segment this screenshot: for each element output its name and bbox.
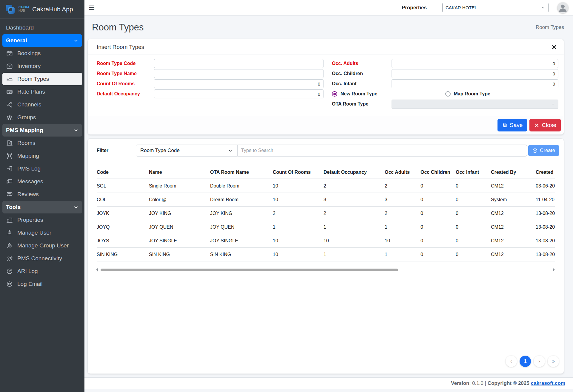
sidebar-item-label: Properties (17, 217, 78, 223)
object-group-icon (6, 152, 13, 159)
room-type-name-input[interactable] (154, 69, 324, 78)
sidebar-item-room-types[interactable]: Room Types (2, 73, 82, 85)
scrollbar-thumb[interactable] (101, 269, 398, 271)
occ-infant-input[interactable] (392, 79, 558, 88)
sidebar-item-messages[interactable]: Messages (2, 175, 82, 188)
room-type-code-input[interactable] (154, 59, 324, 68)
sidebar-item-manage-group-user[interactable]: Manage Group User (2, 239, 82, 252)
sidebar-item-rate-plans[interactable]: Rate Plans (2, 86, 82, 98)
table-cell: 10 (273, 248, 324, 261)
sidebar-item-groups[interactable]: Groups (2, 111, 82, 124)
close-button[interactable]: Close (529, 119, 561, 131)
table-cell: JOY SINGLE (149, 234, 210, 248)
property-select-value: CAKAR HOTEL (446, 5, 477, 10)
sign-in-icon (6, 165, 13, 172)
column-header-ota-room-name: OTA Room Name (210, 167, 273, 179)
table-cell: 0 (456, 207, 491, 220)
sidebar-item-properties[interactable]: Properties (2, 214, 82, 226)
scroll-left-arrow-icon[interactable] (96, 268, 98, 272)
form-right: Occ. AdultsOcc. ChildrenOcc. Infant New … (332, 59, 558, 110)
main-area: ☰ Properties CAKAR HOTEL Room Types Room… (84, 0, 573, 392)
table-header-row: CodeNameOTA Room NameCount Of RoomsDefau… (97, 167, 555, 179)
pagination-page-1-button[interactable]: 1 (520, 356, 531, 367)
create-button[interactable]: Create (528, 145, 559, 156)
close-icon[interactable] (551, 44, 557, 50)
sidebar-item-ari-log[interactable]: ARI Log (2, 265, 82, 278)
sidebar-item-reviews[interactable]: Reviews (2, 188, 82, 201)
table-cell: 13-08-20 (536, 207, 555, 220)
calendar-icon (6, 50, 13, 57)
occ-infant-label: Occ. Infant (332, 81, 392, 86)
table-cell: 1 (385, 220, 420, 234)
sidebar-item-label: Manage User (17, 230, 78, 236)
sidebar-item-pms-log[interactable]: PMS Log (2, 162, 82, 175)
table-cell: JOY KING (149, 207, 210, 220)
count-of-rooms-row: Count Of Rooms (97, 79, 324, 88)
form-right-fields: Occ. AdultsOcc. ChildrenOcc. Infant (332, 59, 558, 88)
sidebar-menu: DashboardGeneralBookingsInventoryRoom Ty… (0, 18, 84, 294)
sidebar-item-tools[interactable]: Tools (2, 201, 82, 213)
search-input[interactable] (238, 145, 527, 157)
table-row[interactable]: COLColor @Dream Room103300System11-04-20 (97, 193, 555, 207)
sidebar-item-inventory[interactable]: Inventory (2, 60, 82, 72)
table-row[interactable]: JOYQJOY QUENJOY QUEN11100CM1213-08-20 (97, 220, 555, 234)
sidebar-item-label: PMS Mapping (6, 127, 69, 134)
sidebar-item-manage-user[interactable]: Manage User (2, 227, 82, 239)
table-cell: 2 (324, 207, 385, 220)
map-room-type-radio[interactable]: Map Room Type (445, 91, 559, 97)
share-nodes-icon (6, 101, 13, 108)
sidebar-item-label: Mapping (17, 153, 78, 159)
filter-label: Filter (97, 148, 136, 153)
count-of-rooms-input[interactable] (154, 79, 324, 88)
sidebar-item-pms-connectivity[interactable]: PMS Connectivity (2, 252, 82, 265)
table-row[interactable]: SIN KINGSIN KINGSIN KING101100CM1213-08-… (97, 248, 555, 261)
table-cell: SIN KING (210, 248, 273, 261)
table-cell: Color @ (149, 193, 210, 207)
table-cell: 2 (324, 179, 385, 193)
pagination-last-button[interactable]: » (548, 356, 559, 367)
sidebar-item-bookings[interactable]: Bookings (2, 47, 82, 60)
sidebar-item-general[interactable]: General (2, 34, 82, 47)
default-occupancy-input[interactable] (154, 89, 324, 98)
table-cell: 3 (385, 193, 420, 207)
user-avatar[interactable] (557, 2, 568, 13)
new-room-type-radio[interactable]: New Room Type (332, 91, 445, 97)
hamburger-menu-icon[interactable]: ☰ (89, 4, 95, 11)
sidebar-item-mapping[interactable]: Mapping (2, 150, 82, 162)
table-row[interactable]: SGLSingle RoomDouble Room102200CM1203-06… (97, 179, 555, 193)
table-row[interactable]: JOYKJOY KINGJOY KING22200CM1213-08-20 (97, 207, 555, 220)
table-cell: 2 (385, 207, 420, 220)
table-cell: System (491, 193, 536, 207)
bed-icon (6, 75, 13, 83)
sidebar-item-log-email[interactable]: Log Email (2, 278, 82, 290)
occ-children-input[interactable] (392, 69, 558, 78)
horizontal-scrollbar (96, 267, 555, 272)
sidebar-item-channels[interactable]: Channels (2, 98, 82, 111)
filter-field-select[interactable]: Room Type Code (136, 145, 238, 157)
circle-plus-icon (532, 148, 538, 154)
mail-circle-icon (6, 281, 13, 288)
pagination: ‹ 1 › » (88, 356, 564, 374)
table-cell: 0 (456, 234, 491, 248)
table-row[interactable]: JOYSJOY SINGLEJOY SINGLE10101000CM1213-0… (97, 234, 555, 248)
brand[interactable]: CAKRA HUB CakraHub App (0, 0, 84, 18)
pagination-next-button[interactable]: › (534, 356, 545, 367)
scrollbar-track[interactable] (100, 269, 551, 271)
occ-adults-input[interactable] (392, 59, 558, 68)
property-select[interactable]: CAKAR HOTEL (442, 3, 549, 12)
sidebar-item-rooms[interactable]: Rooms (2, 137, 82, 149)
save-button[interactable]: Save (497, 119, 527, 131)
sidebar-item-configurations[interactable]: Configurations (2, 291, 82, 294)
sidebar-item-label: Tools (6, 204, 69, 210)
sidebar-item-dashboard[interactable]: Dashboard (2, 21, 82, 34)
pagination-prev-button[interactable]: ‹ (506, 356, 517, 367)
footer: Version: 0.1.0 | Copyright © 2025 cakras… (84, 377, 573, 389)
ota-room-type-select[interactable] (392, 100, 558, 109)
column-header-occ-children: Occ Children (420, 167, 456, 179)
sidebar-item-pms-mapping[interactable]: PMS Mapping (2, 124, 82, 137)
cakrasoft-link[interactable]: cakrasoft.com (531, 380, 565, 386)
money-icon (6, 88, 13, 95)
sidebar-item-label: PMS Connectivity (17, 255, 78, 262)
comment-stars-icon (6, 191, 13, 198)
scroll-right-arrow-icon[interactable] (553, 268, 555, 272)
